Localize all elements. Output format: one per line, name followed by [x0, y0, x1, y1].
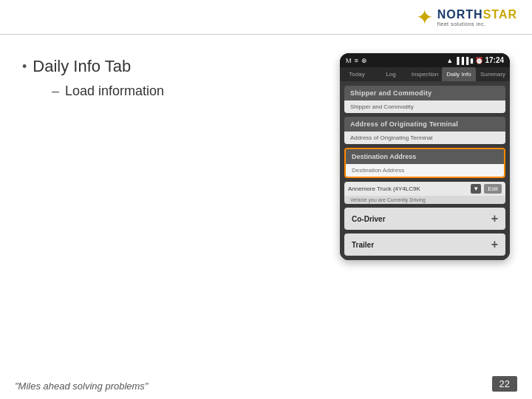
tab-today[interactable]: Today — [340, 67, 374, 81]
tab-daily-info[interactable]: Daily Info — [442, 67, 476, 81]
phone-mockup: M ≡ ⊕ ▲ ▐▐▐ ▮ ⏰ 17:24 Today Log Inspecti… — [340, 53, 510, 260]
left-section: • Daily Info Tab – Load information — [22, 50, 325, 99]
logo-north: NORTH — [437, 8, 483, 21]
shipper-field-group: Shipper and Commodity Shipper and Commod… — [344, 86, 505, 113]
codriver-row[interactable]: Co-Driver + — [344, 208, 505, 230]
sub-item-text: Load information — [65, 83, 164, 99]
star-icon: ✦ — [416, 7, 433, 28]
tab-log[interactable]: Log — [374, 67, 408, 81]
page-number: 22 — [492, 376, 517, 392]
settings-icon: ⊕ — [361, 57, 367, 64]
top-bar: ✦ NORTH STAR fleet solutions inc. — [0, 0, 532, 35]
app-nav: Today Log Inspection Daily Info Summary — [340, 67, 510, 81]
destination-input[interactable]: Destination Address — [346, 164, 504, 177]
vehicle-value: Annemore Truck (4Y4LC9K — [348, 185, 468, 192]
heading-text: Daily Info Tab — [33, 57, 131, 76]
logo-fleet: fleet solutions inc. — [437, 21, 517, 27]
phone-status-bar: M ≡ ⊕ ▲ ▐▐▐ ▮ ⏰ 17:24 — [340, 53, 510, 67]
shipper-label: Shipper and Commodity — [344, 86, 505, 100]
main-content: • Daily Info Tab – Load information M ≡ … — [0, 35, 532, 275]
heading-row: • Daily Info Tab — [22, 57, 325, 76]
menu-icon: ≡ — [355, 57, 358, 64]
alarm-icon: ⏰ — [475, 57, 483, 64]
battery-icon: ▮ — [470, 57, 474, 64]
status-time: 17:24 — [485, 56, 504, 64]
tab-summary[interactable]: Summary — [476, 67, 510, 81]
app-content: Shipper and Commodity Shipper and Commod… — [340, 81, 510, 260]
destination-field-group: Destination Address Destination Address — [344, 148, 505, 178]
vehicle-edit-button[interactable]: Edit — [484, 184, 502, 194]
destination-label: Destination Address — [346, 149, 504, 164]
vehicle-sublabel: Vehicle you are Currently Driving — [344, 196, 505, 204]
carrier-icon: M — [346, 57, 352, 64]
logo: ✦ NORTH STAR fleet solutions inc. — [416, 7, 517, 28]
trailer-label: Trailer — [352, 241, 374, 249]
vehicle-dropdown-icon[interactable]: ▼ — [471, 184, 481, 194]
footer-tagline: "Miles ahead solving problems" — [15, 381, 148, 392]
dash-icon: – — [52, 83, 59, 99]
trailer-row[interactable]: Trailer + — [344, 233, 505, 256]
sub-item-row: – Load information — [22, 83, 325, 99]
trailer-plus-icon[interactable]: + — [491, 239, 498, 250]
logo-star: STAR — [483, 8, 517, 21]
codriver-label: Co-Driver — [352, 215, 386, 223]
originating-field-group: Address of Originating Terminal Address … — [344, 117, 505, 144]
wifi-icon: ▲ — [446, 57, 453, 64]
shipper-input[interactable]: Shipper and Commodity — [344, 100, 505, 113]
bullet-icon: • — [22, 59, 27, 75]
originating-input[interactable]: Address of Originating Terminal — [344, 132, 505, 144]
originating-label: Address of Originating Terminal — [344, 117, 505, 132]
codriver-plus-icon[interactable]: + — [491, 213, 498, 225]
tab-inspection[interactable]: Inspection — [408, 67, 442, 81]
vehicle-field-group: Annemore Truck (4Y4LC9K ▼ Edit Vehicle y… — [344, 182, 505, 204]
signal-icon: ▐▐▐ — [454, 57, 468, 64]
